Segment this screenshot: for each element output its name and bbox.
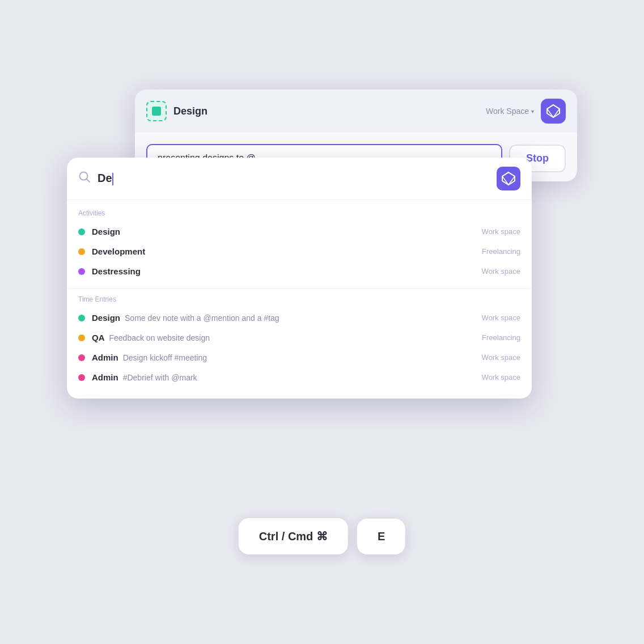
activities-section-label: Activities [67, 209, 532, 222]
dot-icon [78, 248, 85, 255]
list-item[interactable]: Design Some dev note with a @mention and… [67, 308, 532, 328]
scene: Design Work Space ▾ Stop Most recent [67, 90, 577, 554]
list-item[interactable]: QA Feedback on website design Freelancin… [67, 328, 532, 348]
list-item[interactable]: Admin Design kickoff #meeting Work space [67, 348, 532, 367]
list-item[interactable]: Admin #Debrief with @mark Work space [67, 367, 532, 387]
list-item[interactable]: Destressing Work space [67, 261, 532, 281]
search-header: De [67, 158, 532, 200]
search-card: De Activities Design Work space [67, 158, 532, 399]
timer-title: Design [173, 105, 479, 117]
dot-icon [78, 268, 85, 275]
dot-icon [78, 334, 85, 341]
ctrl-cmd-key: Ctrl / Cmd ⌘ [239, 518, 348, 554]
shortcuts-row: Ctrl / Cmd ⌘ E [239, 518, 405, 554]
e-key: E [357, 519, 405, 554]
section-divider [67, 288, 532, 289]
time-entries-section-label: Time entries [67, 295, 532, 308]
list-item[interactable]: Design Work space [67, 222, 532, 242]
dot-icon [78, 315, 85, 321]
dot-icon [78, 374, 85, 381]
timer-header: Design Work Space ▾ [135, 90, 577, 133]
app-logo-timer [541, 99, 566, 124]
svg-marker-5 [502, 172, 515, 185]
workspace-label: Work Space ▾ [486, 107, 534, 116]
chevron-down-icon: ▾ [531, 108, 534, 115]
svg-line-3 [87, 179, 90, 183]
list-item[interactable]: Development Freelancing [67, 242, 532, 261]
dot-icon [78, 354, 85, 361]
search-icon [78, 171, 91, 187]
design-icon [146, 101, 167, 121]
svg-marker-1 [547, 105, 560, 117]
search-input[interactable]: De [98, 172, 490, 185]
app-logo-search [497, 167, 520, 190]
search-body: Activities Design Work space Development… [67, 200, 532, 399]
dot-icon [78, 228, 85, 235]
